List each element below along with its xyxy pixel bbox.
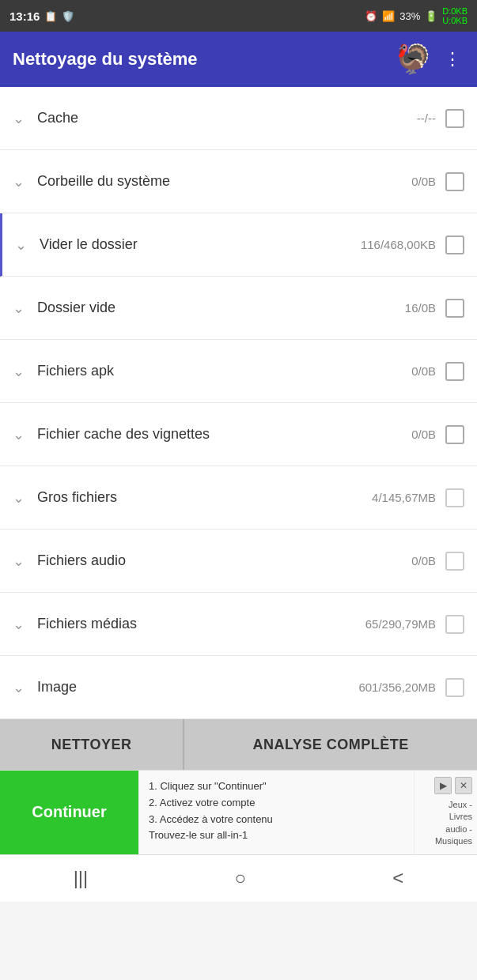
list-item: ⌄ Image 601/356,20MB [0,656,477,719]
item-label: Fichiers apk [37,363,411,379]
page-title: Nettoyage du système [13,49,386,70]
chevron-down-icon: ⌄ [13,173,25,190]
item-value: --/-- [417,111,436,125]
item-value: 65/290,79MB [365,617,436,631]
turkey-icon: 🦃 [396,43,431,76]
chevron-down-icon: ⌄ [13,363,25,380]
item-checkbox[interactable] [445,678,464,697]
item-checkbox[interactable] [445,299,464,318]
ad-close-button[interactable]: ✕ [455,777,472,794]
item-label: Image [37,679,358,695]
action-buttons: NETTOYER ANALYSE COMPLÈTE [0,719,477,770]
list-item: ⌄ Dossier vide 16/0B [0,277,477,340]
back-icon[interactable]: < [377,861,419,895]
item-label: Fichiers audio [37,552,411,569]
status-bar: 13:16 📋 🛡️ ⏰ 📶 33% 🔋 D:0KB U:0KB [0,0,477,32]
item-value: 601/356,20MB [358,680,436,694]
chevron-down-icon: ⌄ [13,616,25,633]
analyse-button[interactable]: ANALYSE COMPLÈTE [184,719,477,770]
cleaning-list: ⌄ Cache --/-- ⌄ Corbeille du système 0/0… [0,87,477,719]
list-item: ⌄ Fichier cache des vignettes 0/0B [0,403,477,466]
item-value: 0/0B [411,428,436,441]
list-item: ⌄ Fichiers audio 0/0B [0,530,477,593]
chevron-down-icon: ⌄ [13,489,25,507]
recent-apps-icon[interactable]: ||| [58,861,104,895]
item-checkbox[interactable] [445,109,464,128]
item-checkbox[interactable] [445,488,464,507]
chevron-down-icon: ⌄ [13,300,25,317]
list-item: ⌄ Corbeille du système 0/0B [0,150,477,213]
ad-side-text: Jeux - Livres audio - Musiques [435,799,472,848]
item-value: 0/0B [411,364,436,378]
chevron-down-icon: ⌄ [13,110,25,127]
nav-bar: ||| ○ < [0,854,477,902]
item-checkbox[interactable] [445,552,464,571]
item-label: Cache [37,110,417,126]
ad-controls: ▶ ✕ [434,777,472,794]
ad-banner: Continuer 1. Cliquez sur "Continuer"2. A… [0,770,477,854]
item-checkbox[interactable] [445,172,464,191]
chevron-down-icon: ⌄ [13,426,25,443]
item-label: Corbeille du système [37,173,411,190]
item-checkbox[interactable] [445,236,464,254]
item-label: Dossier vide [37,300,405,316]
item-label: Fichier cache des vignettes [37,426,411,443]
item-value: 16/0B [405,301,436,315]
item-checkbox[interactable] [445,362,464,381]
ad-side: ▶ ✕ Jeux - Livres audio - Musiques [414,771,477,854]
ad-text: 1. Cliquez sur "Continuer"2. Activez vot… [138,771,414,854]
chevron-down-icon: ⌄ [13,552,25,570]
list-item: ⌄ Fichiers médias 65/290,79MB [0,593,477,656]
chevron-down-icon: ⌄ [15,236,27,254]
item-value: 116/468,00KB [361,238,436,251]
item-label: Fichiers médias [37,616,365,632]
nettoyer-button[interactable]: NETTOYER [0,719,184,770]
list-item: ⌄ Vider le dossier 116/468,00KB [0,213,477,277]
item-label: Gros fichiers [37,489,372,506]
ad-pause-button[interactable]: ▶ [434,777,452,794]
item-value: 0/0B [411,175,436,188]
status-icons: ⏰ 📶 33% 🔋 D:0KB U:0KB [365,6,468,25]
item-checkbox[interactable] [445,615,464,634]
chevron-down-icon: ⌄ [13,679,25,696]
list-item: ⌄ Fichiers apk 0/0B [0,340,477,403]
app-header: Nettoyage du système 🦃 ⋮ [0,32,477,87]
status-time: 13:16 📋 🛡️ [9,9,74,23]
item-label: Vider le dossier [40,236,361,253]
item-value: 4/145,67MB [372,491,436,504]
list-item: ⌄ Gros fichiers 4/145,67MB [0,466,477,530]
item-checkbox[interactable] [445,425,464,444]
home-icon[interactable]: ○ [219,861,263,895]
list-item: ⌄ Cache --/-- [0,87,477,150]
item-value: 0/0B [411,554,436,567]
continuer-button[interactable]: Continuer [0,771,138,854]
menu-icon[interactable]: ⋮ [441,46,464,73]
